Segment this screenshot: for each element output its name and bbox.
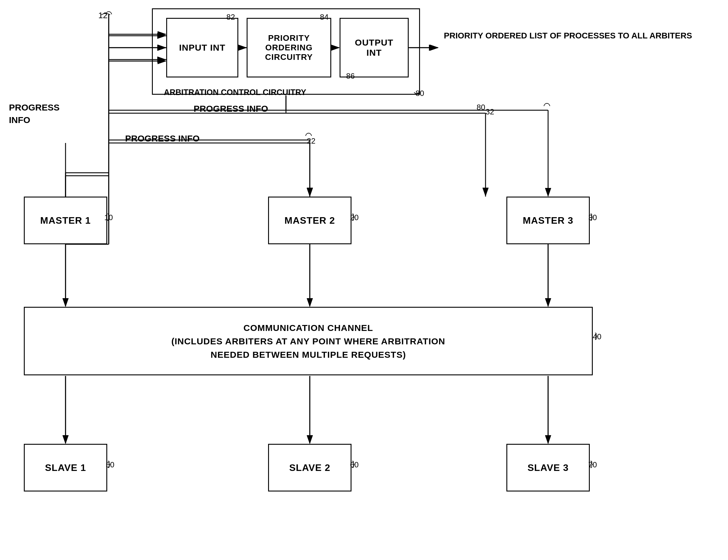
arb-control-label: ARBITRATION CONTROL CIRCUITRY [164, 88, 306, 97]
progress-info-mid: PROGRESS INFO [125, 133, 200, 144]
ref-50-bracket: } [108, 459, 111, 469]
ref-10-bracket: } [107, 212, 110, 221]
input-int-box: INPUT INT [166, 18, 238, 77]
ref-40-bracket: } [595, 331, 598, 340]
ref-80: 80 [416, 89, 424, 98]
progress-info-left: PROGRESSINFO [9, 101, 60, 126]
ref-32: 32 [486, 107, 494, 116]
ref-70-bracket: } [590, 459, 593, 469]
ref-80-line: 80 [477, 103, 485, 112]
priority-list-label: PRIORITY ORDERED LIST OF PROCESSES TO AL… [444, 30, 692, 41]
slave2-box: SLAVE 2 [268, 444, 351, 491]
ref-84: 84 [320, 13, 329, 22]
slave1-box: SLAVE 1 [24, 444, 107, 491]
slave3-box: SLAVE 3 [506, 444, 590, 491]
output-int-box: OUTPUT INT [340, 18, 409, 77]
progress-info-top: PROGRESS INFO [194, 103, 268, 114]
master2-box: MASTER 2 [268, 197, 351, 244]
ref-60-bracket: } [352, 459, 355, 469]
ref-20-bracket: } [352, 212, 355, 221]
master3-box: MASTER 3 [506, 197, 590, 244]
ref-22: 22 [307, 136, 315, 146]
priority-ordering-box: PRIORITY ORDERING CIRCUITRY [247, 18, 331, 77]
ref-82: 82 [226, 13, 235, 22]
comm-channel-box: COMMUNICATION CHANNEL (INCLUDES ARBITERS… [24, 307, 593, 375]
diagram-container: ARBITRATION CONTROL CIRCUITRY 80 INPUT I… [0, 0, 728, 560]
master1-box: MASTER 1 [24, 197, 107, 244]
ref-30-bracket: } [590, 212, 593, 221]
ref-12: 12 [98, 11, 108, 20]
ref-86: 86 [346, 71, 355, 81]
